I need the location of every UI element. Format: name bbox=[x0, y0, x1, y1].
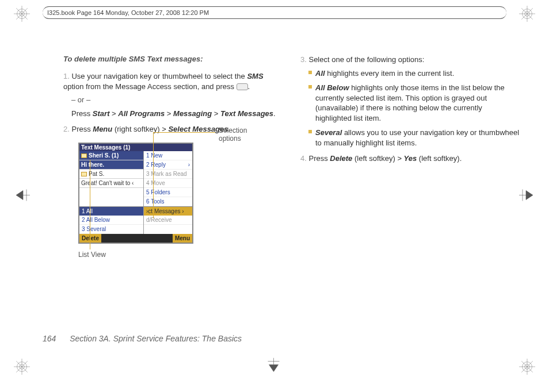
phone-screenshot: Text Messages (1) Sheri S. (1) Hi there.… bbox=[78, 143, 193, 244]
phone-title: Text Messages (1) bbox=[81, 144, 130, 151]
step-3-num: 3. bbox=[300, 55, 307, 64]
page-footer: 164 Section 3A. Sprint Service Features:… bbox=[43, 334, 242, 343]
section-heading: To delete multiple SMS Text messages: bbox=[63, 55, 283, 63]
page-number: 164 bbox=[43, 334, 56, 343]
footer-section-title: Section 3A. Sprint Service Features: The… bbox=[70, 334, 242, 343]
crop-mark-right bbox=[519, 186, 537, 206]
bullet-icon bbox=[308, 130, 312, 133]
bullet-icon bbox=[308, 85, 312, 89]
reg-mark-bl bbox=[14, 359, 30, 375]
reg-mark-tr bbox=[519, 6, 535, 22]
crop-mark-left bbox=[12, 186, 30, 206]
step-4-num: 4. bbox=[300, 154, 307, 163]
phone-softkey-menu: Menu bbox=[173, 234, 192, 243]
bullet-several: Several allows you to use your navigatio… bbox=[308, 128, 520, 148]
reg-mark-br bbox=[519, 359, 535, 375]
svg-marker-30 bbox=[269, 365, 279, 372]
callout-listview: List View bbox=[78, 251, 106, 259]
step-1-or: – or – bbox=[71, 95, 283, 105]
step-1: 1. Use your navigation key or thumbwheel… bbox=[63, 71, 283, 118]
svg-marker-24 bbox=[16, 191, 23, 200]
step-3: 3. Select one of the following options: … bbox=[300, 55, 520, 148]
envelope-icon bbox=[81, 172, 87, 176]
doc-header-text: I325.book Page 164 Monday, October 27, 2… bbox=[47, 9, 209, 16]
bullet-all: All highlights every item in the current… bbox=[308, 68, 520, 79]
phone-softkey-delete: Delete bbox=[79, 234, 101, 243]
callout-selection: Selection options bbox=[219, 126, 259, 143]
bullet-icon bbox=[308, 71, 312, 74]
phone-menu-new: 1 New bbox=[144, 151, 192, 160]
envelope-icon bbox=[81, 153, 87, 158]
reg-mark-tl bbox=[14, 6, 30, 22]
step-4: 4. Press Delete (left softkey) > Yes (le… bbox=[300, 153, 520, 164]
crop-mark-bottom bbox=[265, 358, 285, 376]
svg-marker-27 bbox=[526, 191, 533, 200]
bullet-all-below: All Below highlights only those items in… bbox=[308, 83, 520, 123]
step-2-num: 2. bbox=[63, 125, 70, 133]
doc-header: I325.book Page 164 Monday, October 27, 2… bbox=[43, 6, 506, 19]
step-1-num: 1. bbox=[63, 72, 70, 80]
nav-key-icon bbox=[237, 83, 248, 90]
